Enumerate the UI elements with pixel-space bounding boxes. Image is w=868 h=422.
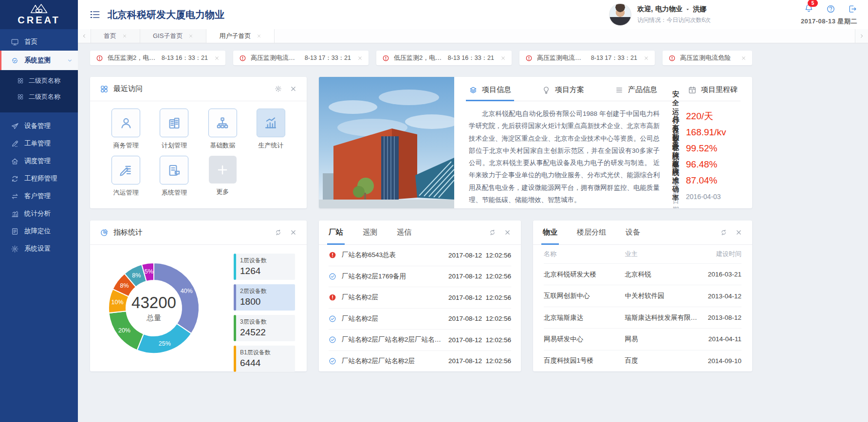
close-icon[interactable] — [290, 85, 297, 92]
project-tab-产品信息[interactable]: 产品信息 — [615, 85, 657, 94]
plants-tab-遥测[interactable]: 遥测 — [363, 220, 377, 244]
shortcut-tile[interactable] — [160, 156, 188, 184]
alert-card[interactable]: 高压监测电流危险8-13 17：33：21 — [519, 51, 655, 65]
buildings-header-row: 名称业主建设时间 — [544, 245, 741, 264]
close-icon[interactable] — [122, 34, 127, 38]
shortcut-计划管理[interactable]: 计划管理 — [150, 109, 198, 150]
table-cell: 瑞斯康达科技发展有限公司 — [625, 313, 698, 322]
table-cell: 北京瑞斯康达 — [544, 313, 625, 322]
table-row[interactable]: 百度科技园1号楼百度2014-09-10 — [544, 350, 741, 371]
sidebar-item-首页[interactable]: 首页 — [0, 33, 78, 51]
plants-tab-厂站[interactable]: 厂站 — [329, 220, 343, 244]
plant-row[interactable]: 厂站名称2层厂站名称2层2017-08-12 12:02:56 — [329, 351, 511, 372]
shortcut-tile[interactable] — [209, 156, 237, 183]
legend-color-bar — [234, 315, 236, 341]
sidebar-item-工单管理[interactable]: 工单管理 — [0, 135, 78, 152]
alert-card[interactable]: 高压监测电流危险8-13 17：33：21 — [233, 51, 369, 65]
sidebar-item-系统设置[interactable]: 系统设置 — [0, 240, 78, 257]
page-tab-GIS子首页[interactable]: GIS子首页 — [140, 29, 206, 43]
sidebar-item-客户管理[interactable]: 客户管理 — [0, 187, 78, 205]
shortcut-商务管理[interactable]: 商务管理 — [102, 109, 150, 150]
close-icon[interactable] — [188, 34, 193, 38]
refresh-icon[interactable] — [720, 229, 727, 236]
buildings-tab-设备[interactable]: 设备 — [626, 220, 640, 244]
shortcut-tile[interactable] — [257, 109, 285, 137]
close-icon[interactable] — [290, 229, 297, 236]
sidebar-item-统计分析[interactable]: 统计分析 — [0, 205, 78, 222]
plant-row[interactable]: 厂站名称2层2017-08-12 12:02:56 — [329, 309, 511, 330]
close-icon[interactable] — [504, 229, 511, 236]
exchange-icon — [11, 192, 19, 201]
close-icon[interactable] — [735, 229, 742, 236]
shortcut-tile[interactable] — [160, 109, 188, 137]
project-tab-项目里程碑[interactable]: 项目里程碑 — [688, 85, 738, 94]
user-menu[interactable]: 欢迎, 电力物业 洪娜 访问情况：今日访问次数6次 — [609, 3, 711, 26]
stat-row: 故障在线率96.48% — [672, 156, 740, 172]
sidebar-item-故障定位[interactable]: 故障定位 — [0, 222, 78, 240]
logout-icon[interactable] — [848, 4, 857, 14]
notifications-button[interactable]: 5 — [804, 3, 813, 15]
alert-row: 低压监测2，电流不平衡8-13 16：33：21高压监测电流危险8-13 17：… — [90, 51, 752, 65]
list-menu-icon[interactable] — [90, 9, 100, 20]
sidebar-item-调度管理[interactable]: 调度管理 — [0, 152, 78, 170]
plants-tab-遥信[interactable]: 遥信 — [397, 220, 411, 244]
close-icon[interactable] — [257, 34, 261, 38]
sidebar-item-设备管理[interactable]: 设备管理 — [0, 117, 78, 135]
sidebar-submenu: 二级页名称二级页名称 — [0, 70, 78, 112]
shortcut-生产统计[interactable]: 生产统计 — [247, 109, 295, 150]
help-icon[interactable] — [826, 4, 835, 14]
sidebar-subitem[interactable]: 二级页名称 — [0, 73, 78, 89]
shortcut-汽运管理[interactable]: 汽运管理 — [102, 156, 150, 197]
page-tab-用户子首页[interactable]: 用户子首页 — [206, 29, 275, 43]
buildings-tab-物业[interactable]: 物业 — [543, 220, 557, 244]
table-row[interactable]: 北京科锐研发大楼北京科锐2016-03-21 — [544, 264, 741, 285]
org-name[interactable]: 电力物业 — [655, 5, 683, 14]
error-icon — [329, 294, 336, 301]
table-row[interactable]: 互联网创新中心中关村软件园2013-04-12 — [544, 285, 741, 307]
close-icon[interactable] — [741, 55, 746, 61]
close-icon[interactable] — [500, 55, 506, 61]
shortcut-tile[interactable] — [111, 109, 140, 137]
refresh-icon[interactable] — [275, 229, 282, 236]
close-icon[interactable] — [214, 55, 220, 61]
plant-row[interactable]: 厂站名称2层2017-08-12 12:02:56 — [329, 287, 511, 309]
project-tab-项目信息[interactable]: 项目信息 — [469, 85, 511, 94]
tab-scroll-left[interactable] — [78, 29, 91, 43]
buildings-tab-楼层分组[interactable]: 楼层分组 — [577, 220, 606, 244]
table-cell: 百度 — [625, 356, 698, 365]
plant-row[interactable]: 厂站名称2层厂站名称2层厂站名称2层2017-08-12 12:02:56 — [329, 330, 511, 351]
sidebar-item-label: 系统监测 — [24, 56, 51, 65]
tab-scroll-right[interactable] — [855, 29, 868, 43]
plant-name: 厂站名称2层 — [342, 293, 443, 302]
plant-row[interactable]: 厂站名称2层1769备用2017-08-12 12:02:56 — [329, 266, 511, 288]
legend-label: B1层设备数 — [240, 349, 291, 357]
project-tab-项目方案[interactable]: 项目方案 — [542, 85, 584, 94]
legend-color-bar — [234, 284, 236, 311]
plant-row[interactable]: 厂站名称6543总表2017-08-12 12:02:56 — [329, 245, 511, 266]
sidebar-subitem-label: 二级页名称 — [29, 76, 60, 85]
table-row[interactable]: 网易研发中心网易2014-04-11 — [544, 329, 741, 350]
alert-card[interactable]: 高压监测电流危险 — [663, 51, 752, 65]
close-icon[interactable] — [357, 55, 363, 61]
close-icon[interactable] — [644, 55, 649, 61]
edit-icon — [11, 140, 19, 148]
table-row[interactable]: 北京瑞斯康达瑞斯康达科技发展有限公司2013-08-12 — [544, 307, 741, 329]
sidebar-item-系统监测[interactable]: 系统监测 — [0, 51, 78, 70]
shortcut-tile[interactable] — [208, 109, 237, 137]
alert-card[interactable]: 低压监测2，电流不平衡8-13 16：33：21 — [90, 51, 225, 65]
shortcut-更多[interactable]: 更多 — [199, 156, 247, 197]
user-avatar[interactable] — [609, 3, 631, 26]
donut-slice-label: 25% — [159, 340, 171, 347]
shortcut-tile[interactable] — [111, 156, 140, 184]
sidebar: CREAT 首页系统监测二级页名称二级页名称设备管理工单管理调度管理工程师管理客… — [0, 0, 78, 422]
alert-card[interactable]: 低压监测2，电流不平衡8-13 16：33：21 — [376, 51, 512, 65]
shortcut-基础数据[interactable]: 基础数据 — [199, 109, 247, 150]
gear-icon[interactable] — [275, 85, 282, 92]
plant-time: 2017-08-12 12:02:56 — [448, 273, 511, 280]
stat-row: 安全运行天数220/天 — [672, 108, 740, 124]
refresh-icon[interactable] — [489, 229, 496, 236]
sidebar-subitem[interactable]: 二级页名称 — [0, 89, 78, 105]
shortcut-系统管理[interactable]: 系统管理 — [150, 156, 198, 197]
page-tab-首页[interactable]: 首页 — [91, 29, 140, 43]
sidebar-item-工程师管理[interactable]: 工程师管理 — [0, 170, 78, 187]
